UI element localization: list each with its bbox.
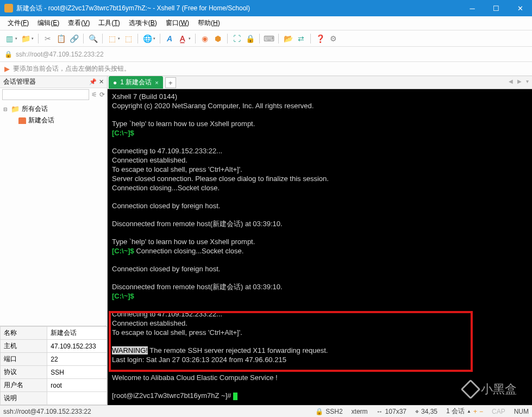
status-lock-icon: 🔒: [315, 408, 323, 415]
prop-row: 说明: [1, 392, 107, 405]
status-cap: CAP: [492, 408, 505, 415]
tab-prev-icon[interactable]: ◀: [509, 78, 513, 84]
tip-text: 要添加当前会话，点击左侧的箭头按钮。: [13, 64, 130, 73]
panel-header: 会话管理器 📌 ✕: [0, 76, 107, 88]
filter-sync-icon[interactable]: ⟳: [99, 91, 105, 98]
flag-icon: ▶: [4, 65, 10, 73]
panel-1-icon[interactable]: ⬚: [106, 33, 118, 45]
xagent-icon[interactable]: ◉: [199, 33, 211, 45]
expander-icon[interactable]: ⊟: [3, 107, 9, 112]
panel-close-icon[interactable]: ✕: [99, 78, 104, 85]
settings-icon[interactable]: ⚙: [327, 33, 339, 45]
font-icon[interactable]: A: [164, 33, 176, 45]
prop-row: 主机47.109.152.233: [1, 340, 107, 353]
lock-toolbar-icon[interactable]: 🔒: [244, 33, 256, 45]
content-area: ● 1 新建会话 × + ◀ ▶ ▾ Xshell 7 (Build 0144)…: [108, 76, 532, 405]
status-size: 107x37: [385, 408, 406, 415]
add-tab-button[interactable]: +: [165, 77, 176, 88]
close-button[interactable]: ✕: [508, 0, 532, 16]
find-icon[interactable]: 🔍: [87, 33, 99, 45]
tab-close-icon[interactable]: ×: [155, 79, 158, 86]
maximize-button[interactable]: ☐: [484, 0, 508, 16]
cut-icon[interactable]: ✂: [42, 33, 54, 45]
fullscreen-icon[interactable]: ⛶: [231, 33, 243, 45]
session-filter-input[interactable]: [2, 89, 89, 100]
prop-row: 端口22: [1, 353, 107, 366]
session-properties: 名称新建会话 主机47.109.152.233 端口22 协议SSH 用户名ro…: [0, 326, 107, 405]
tab-next-icon[interactable]: ▶: [517, 78, 522, 84]
folder2-icon[interactable]: 📂: [282, 33, 294, 45]
tab-strip: ● 1 新建会话 × + ◀ ▶ ▾: [108, 76, 532, 89]
menu-window[interactable]: 窗口(W): [161, 16, 193, 30]
menu-file[interactable]: 文件(F): [3, 16, 33, 30]
tree-root[interactable]: ⊟ 📁 所有会话: [2, 103, 105, 115]
tab-menu-icon[interactable]: ▾: [526, 78, 529, 84]
statusbar: ssh://root@47.109.152.233:22 🔒SSH2 xterm…: [0, 405, 532, 417]
toolbar: ▥▾ 📁▾ ✂ 📋 🔗 🔍 ⬚▾ ⬚ 🌐▾ A A̲▾ ◉ ⬢ ⛶ 🔒 ⌨ 📂 …: [0, 30, 532, 47]
new-session-icon[interactable]: ▥: [3, 33, 15, 45]
session-tree: ⊟ 📁 所有会话 新建会话: [0, 101, 107, 326]
tree-session-label: 新建会话: [28, 116, 54, 125]
filter-icon[interactable]: ⚟: [91, 91, 97, 98]
panel-2-icon[interactable]: ⬚: [122, 33, 134, 45]
menu-view[interactable]: 查看(V): [64, 16, 94, 30]
terminal[interactable]: Xshell 7 (Build 0144) Copyright (c) 2020…: [108, 89, 532, 405]
minimize-button[interactable]: ─: [460, 0, 484, 16]
menubar: 文件(F) 编辑(E) 查看(V) 工具(T) 选项卡(B) 窗口(W) 帮助(…: [0, 16, 532, 30]
folder-icon: 📁: [11, 105, 20, 113]
menu-tabs[interactable]: 选项卡(B): [124, 16, 161, 30]
pin-icon[interactable]: 📌: [89, 78, 97, 85]
status-left: ssh://root@47.109.152.233:22: [3, 408, 306, 415]
open-folder-icon[interactable]: 📁: [20, 33, 32, 45]
address-field[interactable]: ssh://root@47.109.152.233:22: [16, 51, 528, 58]
tip-bar: ▶ 要添加当前会话，点击左侧的箭头按钮。: [0, 62, 532, 76]
window-title: 新建会话 - root@iZ2vc17w3twrc7bt16ym7hZ:~ - …: [16, 4, 460, 13]
tab-label: 1 新建会话: [120, 78, 152, 87]
menu-edit[interactable]: 编辑(E): [33, 16, 64, 30]
prop-row: 用户名root: [1, 379, 107, 392]
status-ssh: SSH2: [326, 408, 342, 415]
connect-link-icon[interactable]: 🔗: [68, 33, 80, 45]
menu-help[interactable]: 帮助(H): [193, 16, 224, 30]
window-titlebar: 新建会话 - root@iZ2vc17w3twrc7bt16ym7hZ:~ - …: [0, 0, 532, 16]
tree-session[interactable]: 新建会话: [17, 115, 105, 126]
font-color-icon[interactable]: A̲: [177, 33, 189, 45]
prop-row: 名称新建会话: [1, 327, 107, 340]
globe-icon[interactable]: 🌐: [141, 33, 153, 45]
keyboard-icon[interactable]: ⌨: [263, 33, 275, 45]
status-num: NUM: [514, 408, 529, 415]
session-filter-row: ⚟ ⟳ ≡: [0, 88, 107, 101]
window-controls: ─ ☐ ✕: [460, 0, 532, 16]
lock-icon: 🔒: [4, 51, 12, 58]
status-term: xterm: [352, 408, 368, 415]
status-sessions: 1 会话: [446, 407, 465, 416]
transfer-icon[interactable]: ⇄: [295, 33, 307, 45]
session-tab[interactable]: ● 1 新建会话 ×: [109, 76, 163, 89]
bookmark-icon[interactable]: ⬢: [212, 33, 224, 45]
app-logo-icon: [4, 4, 13, 13]
panel-title: 会话管理器: [3, 77, 36, 86]
tree-root-label: 所有会话: [22, 104, 48, 114]
session-icon: [18, 117, 26, 124]
status-pos: 34,35: [421, 408, 437, 415]
session-manager-panel: 会话管理器 📌 ✕ ⚟ ⟳ ≡ ⊟ 📁 所有会话 新建会话: [0, 76, 108, 405]
menu-tools[interactable]: 工具(T): [94, 16, 124, 30]
address-bar: 🔒 ssh://root@47.109.152.233:22: [0, 47, 532, 62]
copy-icon[interactable]: 📋: [55, 33, 67, 45]
help-icon[interactable]: ❓: [314, 33, 326, 45]
prop-row: 协议SSH: [1, 366, 107, 379]
